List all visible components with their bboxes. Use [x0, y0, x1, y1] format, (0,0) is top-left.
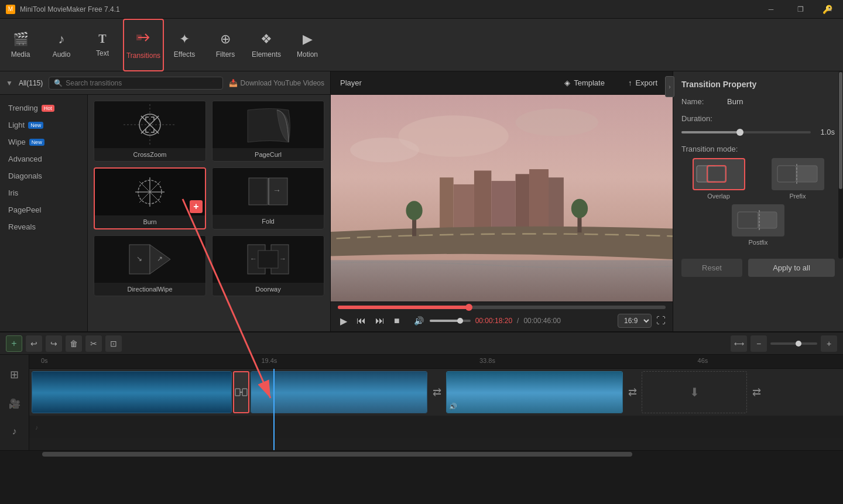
transition-slot-4[interactable]: ⇄ [748, 371, 765, 413]
timeline-ruler: 0s 19.4s 33.8s 46s [29, 355, 843, 369]
next-button[interactable]: ⏭ [373, 314, 387, 327]
stop-button[interactable]: ■ [392, 314, 402, 327]
time-current: 00:00:18:20 [475, 317, 512, 325]
progress-bar[interactable] [338, 306, 666, 309]
clip-beach[interactable]: 🔊 [446, 371, 623, 413]
mode-postfix[interactable]: Postfix [732, 204, 784, 246]
horizontal-scrollbar[interactable] [0, 450, 843, 457]
duration-section: Duration: 1.0s [681, 114, 835, 136]
svg-rect-33 [440, 177, 454, 232]
clip-road[interactable] [251, 371, 427, 413]
transition-crosszoom[interactable]: CrossZoom [94, 101, 206, 162]
fit-screen-btn[interactable]: ⟷ [731, 335, 747, 352]
track-headers: ⊞ 🎥 ♪ [0, 355, 29, 450]
name-value: Burn [727, 97, 743, 106]
mode-overlap[interactable]: Overlap [681, 158, 756, 200]
duration-thumb[interactable] [736, 129, 743, 136]
playhead[interactable] [273, 369, 275, 450]
transition-doorway[interactable]: ← → Doorway [212, 235, 324, 296]
audio-hint: ♪ [35, 424, 39, 431]
toolbar-motion[interactable]: ▶ Motion [287, 19, 328, 71]
restore-button[interactable]: ❐ [787, 0, 814, 19]
toolbar-text[interactable]: T Text [82, 19, 123, 71]
transition-slot-3[interactable]: ⇄ [624, 371, 640, 413]
svg-rect-35 [474, 170, 491, 232]
wipe-badge: New [29, 139, 44, 146]
toolbar-transitions[interactable]: Transitions [123, 19, 164, 71]
crosszoom-thumb [94, 101, 205, 148]
transition-directionalwipe[interactable]: ↗ ↘ DirectionalWipe [94, 235, 206, 296]
category-diagonals[interactable]: Diagonals [0, 167, 87, 184]
cut-btn[interactable]: ✂ [85, 335, 102, 352]
clip-volume-icon: 🔊 [449, 403, 457, 410]
search-box[interactable]: 🔍 [49, 77, 222, 90]
toolbar-media[interactable]: 🎬 Media [0, 19, 41, 71]
play-button[interactable]: ▶ [338, 314, 349, 328]
ratio-select[interactable]: 16:9 9:16 1:1 4:3 [618, 314, 652, 328]
category-iris[interactable]: Iris [0, 184, 87, 201]
clip-ocean[interactable] [32, 371, 232, 413]
filters-icon: ⊕ [220, 32, 231, 47]
search-input[interactable] [66, 79, 217, 87]
pagepeel-label: PagePeel [8, 205, 41, 214]
delete-btn[interactable]: 🗑 [66, 335, 82, 352]
toolbar-elements[interactable]: ❖ Elements [246, 19, 287, 71]
toolbar-effects[interactable]: ✦ Effects [164, 19, 205, 71]
undo-btn[interactable]: ↩ [26, 335, 42, 352]
category-pagepeel[interactable]: PagePeel [0, 201, 87, 218]
toolbar-audio[interactable]: ♪ Audio [41, 19, 82, 71]
download-btn[interactable]: 📥 Download YouTube Videos [229, 79, 324, 87]
volume-control: 🔊 [412, 315, 471, 327]
export-btn[interactable]: ↑ Export [622, 76, 663, 90]
category-reveals[interactable]: Reveals [0, 218, 87, 235]
svg-rect-51 [738, 212, 758, 228]
burn-thumb: + [95, 169, 205, 215]
category-sidebar: Trending Hot Light New Wipe New Advanced… [0, 95, 88, 331]
progress-thumb[interactable] [465, 304, 472, 311]
add-media-icon[interactable]: ⊞ [10, 368, 19, 381]
volume-icon[interactable]: 🔊 [412, 315, 426, 327]
volume-thumb[interactable] [457, 318, 463, 324]
category-light[interactable]: Light New [0, 116, 87, 133]
minimize-button[interactable]: ─ [758, 0, 784, 19]
transition-burn[interactable]: + Burn [94, 167, 206, 229]
add-burn-btn[interactable]: + [190, 200, 203, 213]
prefix-label: Prefix [789, 193, 806, 200]
transition-slot-2[interactable]: ⇄ [429, 371, 445, 413]
category-wipe[interactable]: Wipe New [0, 133, 87, 150]
mode-prefix[interactable]: Prefix [760, 158, 835, 200]
player-header: Player ◈ Template ↑ Export [331, 71, 673, 95]
audio-track: ♪ [29, 417, 843, 438]
crop-btn[interactable]: ⊡ [105, 335, 122, 352]
duration-slider[interactable] [681, 131, 811, 133]
svg-text:→: → [279, 255, 286, 263]
main-area: ▼ All(115) 🔍 📥 Download YouTube Videos T… [0, 71, 843, 331]
postfix-section: Postfix [681, 204, 835, 246]
zoom-minus-btn[interactable]: − [751, 335, 767, 352]
redo-btn[interactable]: ↪ [46, 335, 62, 352]
zoom-thumb[interactable] [796, 341, 801, 347]
prev-button[interactable]: ⏮ [354, 314, 368, 327]
apply-all-button[interactable]: Apply to all [748, 259, 835, 277]
transition-slot-1[interactable] [233, 371, 249, 413]
volume-bar[interactable] [430, 320, 471, 322]
zoom-plus-btn[interactable]: + [821, 335, 837, 352]
template-btn[interactable]: ◈ Template [558, 76, 611, 90]
main-toolbar: 🎬 Media ♪ Audio T Text Transitions ✦ Eff… [0, 19, 843, 71]
collapse-panel-btn[interactable]: › [673, 76, 674, 97]
fullscreen-btn[interactable]: ⛶ [656, 316, 666, 326]
transition-fold[interactable]: → Fold [212, 167, 324, 229]
scrollbar-thumb[interactable] [42, 452, 632, 457]
category-advanced[interactable]: Advanced [0, 150, 87, 167]
empty-clip-slot[interactable]: ⬇ [642, 371, 747, 413]
reset-button[interactable]: Reset [681, 259, 742, 277]
zoom-slider[interactable] [770, 342, 817, 345]
transition-pagecurl[interactable]: PageCurl [212, 101, 324, 162]
category-trending[interactable]: Trending Hot [0, 100, 87, 116]
add-track-btn[interactable]: + [6, 335, 22, 352]
motion-icon: ▶ [303, 32, 313, 47]
toolbar-filters[interactable]: ⊕ Filters [205, 19, 246, 71]
window-controls: ─ ❐ ✕ [758, 0, 843, 19]
right-panel-scrollbar[interactable] [838, 71, 843, 259]
close-button[interactable]: ✕ [816, 0, 843, 19]
